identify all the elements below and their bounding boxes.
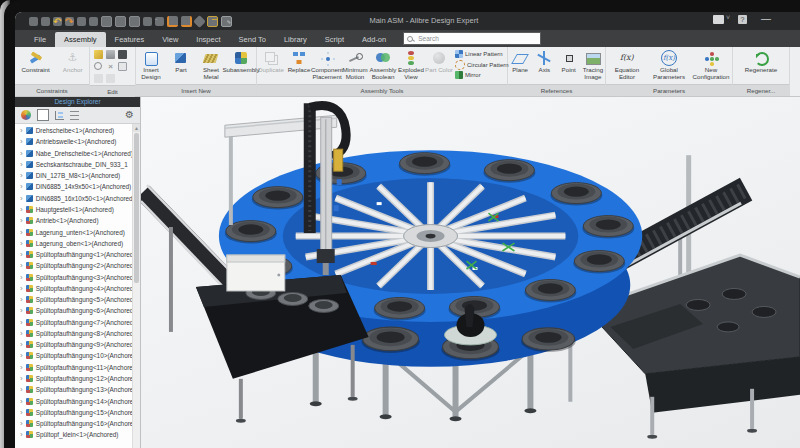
edit-dim1-icon[interactable]: [94, 74, 103, 83]
ribbon-button[interactable]: Regenerate: [745, 48, 777, 74]
ribbon-tab[interactable]: Inspect: [187, 32, 229, 47]
expander-chevron-icon[interactable]: ›: [20, 171, 23, 180]
tree-item[interactable]: › Antriebswelle<1>(Anchored): [15, 136, 133, 147]
ribbon-button[interactable]: Exploded View: [397, 48, 425, 81]
ribbon-button[interactable]: Equation Editor: [608, 48, 646, 81]
tree-item[interactable]: › Spültopfaufhängung<14>(Anchored): [15, 395, 133, 406]
window-layout-icon[interactable]: [713, 15, 724, 24]
expander-chevron-icon[interactable]: ›: [20, 182, 23, 191]
edit-rotate-icon[interactable]: [94, 62, 102, 70]
edit-stamp-icon[interactable]: [106, 50, 115, 59]
expander-chevron-icon[interactable]: ›: [20, 385, 23, 394]
expander-chevron-icon[interactable]: ›: [20, 238, 23, 247]
ribbon-button[interactable]: Global Parameters: [650, 48, 688, 81]
ribbon-tab[interactable]: Assembly: [55, 32, 106, 47]
tree-item[interactable]: › Spültopfaufhängung<6>(Anchored): [15, 305, 133, 316]
expander-chevron-icon[interactable]: ›: [20, 126, 23, 135]
new-document-icon[interactable]: [29, 17, 38, 26]
ribbon-button[interactable]: Axis: [532, 48, 556, 74]
ribbon-button[interactable]: Linear Pattern: [455, 50, 509, 58]
tree-item[interactable]: › Spültopfaufhängung<1>(Anchored): [15, 249, 133, 260]
measure-icon[interactable]: [193, 15, 206, 28]
ribbon-button[interactable]: Tracing Image: [581, 48, 605, 81]
ribbon-button[interactable]: Part Color: [425, 48, 453, 81]
import-icon[interactable]: [89, 17, 98, 26]
save-icon[interactable]: [41, 17, 50, 26]
tree-item[interactable]: › Spültopfaufhängung<3>(Anchored): [15, 271, 133, 282]
help-icon[interactable]: ?: [738, 15, 747, 24]
expander-chevron-icon[interactable]: ›: [20, 283, 23, 292]
ribbon-button[interactable]: Circular Pattern: [455, 60, 509, 70]
expander-chevron-icon[interactable]: ›: [20, 419, 23, 428]
undo-icon[interactable]: ↶: [53, 17, 62, 26]
ribbon-tab[interactable]: Send To: [230, 32, 275, 47]
corner-right-icon[interactable]: [181, 16, 192, 27]
expander-chevron-icon[interactable]: ›: [20, 351, 23, 360]
ribbon-tab[interactable]: View: [153, 32, 187, 47]
ribbon-button[interactable]: Insert Design: [137, 48, 166, 81]
edit-box-icon[interactable]: [118, 50, 127, 59]
expander-chevron-icon[interactable]: ›: [20, 295, 23, 304]
expander-chevron-icon[interactable]: ›: [20, 317, 23, 326]
tree-item[interactable]: › Spültopfaufhängung<13>(Anchored): [15, 384, 133, 395]
ribbon-button[interactable]: Component Placement: [313, 48, 341, 81]
ribbon-button[interactable]: Anchor: [63, 48, 83, 74]
ribbon-tab[interactable]: Script: [316, 32, 353, 47]
tree-item[interactable]: › Spültopfaufhängung<10>(Anchored): [15, 350, 133, 361]
tree-item[interactable]: › Drehscheibe<1>(Anchored): [15, 125, 133, 136]
assembly-viewport[interactable]: [141, 97, 800, 448]
search-input[interactable]: [416, 34, 537, 43]
scrollbar-thumb[interactable]: [134, 133, 139, 283]
edit-color-icon[interactable]: [94, 50, 103, 59]
tree-scrollbar[interactable]: ▲: [132, 124, 140, 448]
tree-item[interactable]: › Spültopfaufhängung<12>(Anchored): [15, 373, 133, 384]
tree-item[interactable]: › DIN6885_16x10x50<1>(Anchored): [15, 193, 133, 204]
expander-chevron-icon[interactable]: ›: [20, 362, 23, 371]
ribbon-button[interactable]: Assembly Boolean: [369, 48, 397, 81]
expander-chevron-icon[interactable]: ›: [20, 261, 23, 270]
tree-item[interactable]: › Nabe_Drehscheibe<1>(Anchored): [15, 148, 133, 159]
tree-item[interactable]: › Spültopfaufhängung<8>(Anchored): [15, 328, 133, 339]
tree-item[interactable]: › Spültopfaufhängung<7>(Anchored): [15, 317, 133, 328]
edit-delete-icon[interactable]: ×: [106, 62, 115, 71]
expander-chevron-icon[interactable]: ›: [20, 204, 23, 213]
expander-chevron-icon[interactable]: ›: [20, 250, 23, 259]
ribbon-button[interactable]: Duplicate: [257, 48, 285, 81]
copy-icon[interactable]: [101, 16, 112, 27]
tree-item[interactable]: › Spültopfaufhängung<5>(Anchored): [15, 294, 133, 305]
ribbon-button[interactable]: Mirror: [455, 71, 509, 79]
ribbon-tab[interactable]: Library: [275, 32, 316, 47]
tree-item[interactable]: › Spültopfaufhängung<9>(Anchored): [15, 339, 133, 350]
paste-icon[interactable]: [115, 16, 126, 27]
corner-left-icon[interactable]: [167, 16, 178, 27]
expander-chevron-icon[interactable]: ›: [20, 328, 23, 337]
tree-item[interactable]: › Lagerung_oben<1>(Anchored): [15, 238, 133, 249]
expander-chevron-icon[interactable]: ›: [20, 373, 23, 382]
tree-item[interactable]: › Lagerung_unten<1>(Anchored): [15, 226, 133, 237]
export-icon[interactable]: [143, 17, 152, 26]
minimize-icon[interactable]: —: [761, 15, 772, 24]
ribbon-button[interactable]: Point: [557, 48, 581, 74]
expander-chevron-icon[interactable]: ›: [20, 272, 23, 281]
ribbon-button[interactable]: Sheet Metal: [197, 48, 226, 81]
expander-chevron-icon[interactable]: ›: [20, 306, 23, 315]
edit-dim2-icon[interactable]: [106, 74, 115, 83]
ribbon-button[interactable]: Subassembly: [227, 48, 256, 74]
expander-chevron-icon[interactable]: ›: [20, 340, 23, 349]
ribbon-button[interactable]: Replace: [285, 48, 313, 81]
ribbon-tab[interactable]: File: [25, 32, 55, 47]
tree-item[interactable]: › Sechskantschraube_DIN_933_1: [15, 159, 133, 170]
tree-item[interactable]: › Spültopfaufhängung<2>(Anchored): [15, 260, 133, 271]
color-wheel-icon[interactable]: [21, 110, 31, 120]
expander-chevron-icon[interactable]: ›: [20, 396, 23, 405]
expander-chevron-icon[interactable]: ›: [20, 407, 23, 416]
expander-chevron-icon[interactable]: ›: [20, 227, 23, 236]
expander-chevron-icon[interactable]: ›: [20, 159, 23, 168]
redo-icon[interactable]: ↷: [65, 17, 74, 26]
edit-copy-icon[interactable]: [118, 62, 127, 71]
tree-item[interactable]: › Spültopfaufhängung<11>(Anchored): [15, 362, 133, 373]
dropdown-caret-icon[interactable]: ˇ: [155, 17, 164, 26]
expander-chevron-icon[interactable]: ›: [20, 137, 23, 146]
ribbon-button[interactable]: Minimum Motion: [341, 48, 369, 81]
tree-item[interactable]: › Spültopfaufhängung<4>(Anchored): [15, 283, 133, 294]
